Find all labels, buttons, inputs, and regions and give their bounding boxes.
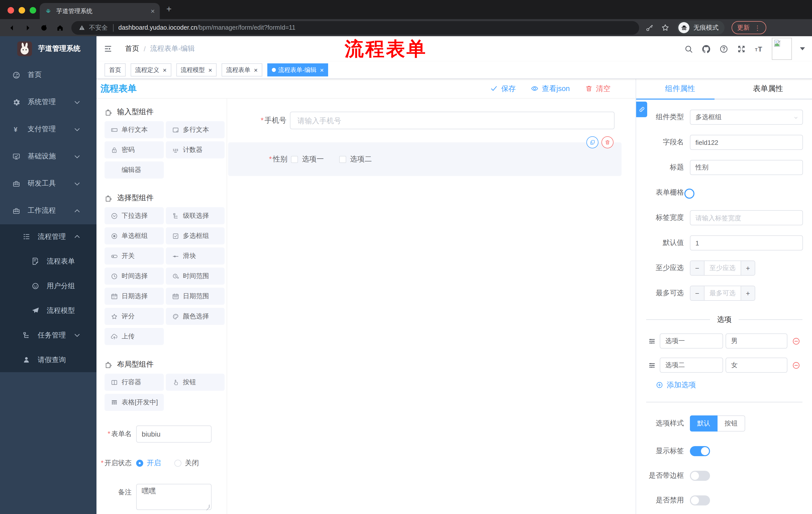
component-chip-time[interactable]: 时间选择 [105,268,164,285]
tag-close-icon[interactable]: × [254,66,258,74]
sidebar-item-process-model[interactable]: 流程模型 [0,298,96,323]
key-icon[interactable] [645,23,654,32]
sidebar-item-process-mgmt[interactable]: 流程管理 [0,224,96,249]
window-close-button[interactable] [7,7,14,13]
add-option-button[interactable]: 添加选项 [656,380,812,390]
font-size-icon[interactable] [754,44,764,54]
checkbox-box[interactable] [339,156,346,163]
form-name-input[interactable] [136,426,211,442]
sidebar-item-devtools[interactable]: 研发工具 [0,170,96,197]
canvas-field-phone[interactable]: *手机号 [227,112,636,129]
fullscreen-icon[interactable] [736,44,746,54]
copy-item-button[interactable] [586,136,599,148]
component-chip-radio-group[interactable]: 单选框组 [105,227,164,244]
component-chip-rate[interactable]: 评分 [105,308,164,325]
avatar[interactable] [772,38,792,60]
sidebar-item-payment[interactable]: 支付管理 [0,116,96,143]
component-chip-color[interactable]: 颜色选择 [166,308,225,325]
sidebar-item-infra[interactable]: 基础设施 [0,143,96,170]
phone-input[interactable] [290,112,614,129]
form-canvas[interactable]: *手机号 *性别 选项一 [227,99,636,514]
help-icon[interactable] [719,44,729,54]
remove-option-icon[interactable] [792,337,801,345]
sidebar-fold-icon[interactable] [104,44,113,53]
menu-dots-icon[interactable]: ⋮ [754,24,761,31]
tag-process-model[interactable]: 流程模型 × [176,63,216,77]
component-chip-password[interactable]: 密码 [105,141,164,158]
sidebar-item-leave-query[interactable]: 请假查询 [0,348,96,372]
component-chip-button[interactable]: 按钮 [166,374,225,391]
breadcrumb-home[interactable]: 首页 [125,44,139,53]
forward-icon[interactable] [24,23,32,32]
github-icon[interactable] [701,44,711,54]
caret-down-icon[interactable] [800,47,805,50]
option-style-default-button[interactable]: 默认 [690,415,718,432]
drag-handle-icon[interactable] [648,337,656,345]
remove-option-icon[interactable] [792,361,801,370]
address-bar[interactable]: 不安全 dashboard.yudao.iocoder.cn/bpm/manag… [71,21,639,34]
stepper-increase-button[interactable]: + [741,286,755,300]
checkbox-option-2[interactable]: 选项二 [339,154,372,164]
home-icon[interactable] [56,23,64,32]
sidebar-logo[interactable]: 芋道管理系统 [0,36,96,61]
title-input[interactable] [690,160,803,175]
tag-process-form[interactable]: 流程表单 × [222,63,262,77]
label-width-input[interactable] [690,210,803,225]
component-chip-counter[interactable]: 计数器 [166,141,225,158]
checkbox-box[interactable] [291,156,298,163]
bookmark-star-icon[interactable] [661,23,670,32]
component-chip-select[interactable]: 下拉选择 [105,207,164,224]
tag-process-form-edit[interactable]: 流程表单-编辑 × [267,63,328,77]
component-chip-table[interactable]: 表格[开发中] [105,394,164,411]
option-name-input[interactable] [660,358,723,373]
stepper-decrease-button[interactable]: − [690,261,704,275]
border-switch[interactable] [690,471,710,481]
component-chip-checkbox-group[interactable]: 多选框组 [166,227,225,244]
sidebar-item-system[interactable]: 系统管理 [0,88,96,116]
option-name-input[interactable] [660,333,723,349]
clear-button[interactable]: 清空 [585,84,610,93]
tag-process-definition[interactable]: 流程定义 × [130,63,171,77]
sidebar-item-user-group[interactable]: 用户分组 [0,274,96,298]
browser-tab[interactable]: 芋道管理系统 × [40,3,160,19]
component-chip-multi-text[interactable]: 多行文本 [166,121,225,138]
component-chip-editor[interactable]: 编辑器 [105,161,164,179]
checkbox-option-1[interactable]: 选项一 [291,154,324,164]
radio-status-on[interactable]: 开启 [136,459,161,468]
component-chip-slider[interactable]: 滑块 [166,247,225,265]
tab-component-props[interactable]: 组件属性 [636,79,724,99]
field-link-tab[interactable] [636,102,647,117]
component-chip-cascader[interactable]: 级联选择 [166,207,225,224]
component-type-select[interactable] [690,110,803,125]
back-icon[interactable] [7,23,16,32]
tag-home[interactable]: 首页 [105,63,126,77]
search-icon[interactable] [684,44,693,54]
drag-handle-icon[interactable] [648,361,656,370]
default-value-input[interactable] [690,235,803,250]
remark-textarea[interactable]: 嘿嘿 [136,484,211,510]
tag-close-icon[interactable]: × [320,66,324,74]
save-button[interactable]: 保存 [490,84,516,93]
max-select-value[interactable]: 最多可选 [704,286,741,300]
component-chip-row-container[interactable]: 行容器 [105,374,164,391]
option-style-button-button[interactable]: 按钮 [718,415,745,432]
component-chip-time-range[interactable]: 时间范围 [166,268,225,285]
stepper-decrease-button[interactable]: − [690,286,704,300]
window-zoom-button[interactable] [30,7,36,13]
window-minimize-button[interactable] [19,7,25,13]
tab-close-icon[interactable]: × [151,7,155,15]
component-chip-date[interactable]: 日期选择 [105,288,164,305]
new-tab-button[interactable]: + [166,4,172,15]
field-name-input[interactable] [690,135,803,150]
option-value-input[interactable] [726,333,787,349]
disabled-switch[interactable] [690,495,710,506]
sidebar-item-home[interactable]: 首页 [0,61,96,88]
min-select-value[interactable]: 至少应选 [704,261,741,275]
option-value-input[interactable] [726,358,787,373]
canvas-field-gender-selected[interactable]: *性别 选项一 选项二 [228,142,621,176]
stepper-increase-button[interactable]: + [741,261,755,275]
update-button[interactable]: 更新 ⋮ [732,21,766,34]
show-label-switch[interactable] [690,446,710,456]
tag-close-icon[interactable]: × [208,66,212,74]
radio-status-off[interactable]: 关闭 [174,459,199,468]
